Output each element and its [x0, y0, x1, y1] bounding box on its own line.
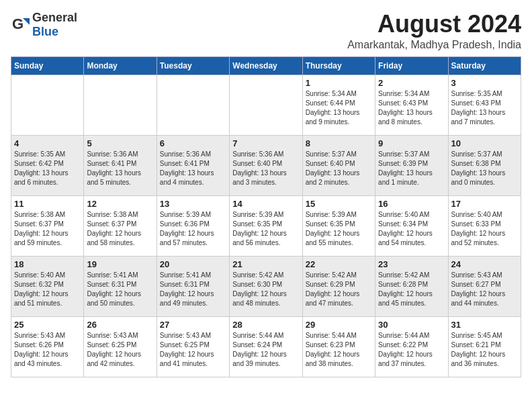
subtitle: Amarkantak, Madhya Pradesh, India	[347, 39, 521, 51]
day-detail: Sunrise: 5:38 AM Sunset: 6:37 PM Dayligh…	[14, 210, 81, 248]
day-cell: 29Sunrise: 5:44 AM Sunset: 6:23 PM Dayli…	[302, 316, 375, 377]
day-cell: 31Sunrise: 5:45 AM Sunset: 6:21 PM Dayli…	[448, 316, 521, 377]
day-detail: Sunrise: 5:44 AM Sunset: 6:22 PM Dayligh…	[378, 331, 445, 369]
day-number: 28	[232, 320, 299, 330]
day-number: 1	[306, 78, 372, 88]
day-number: 17	[451, 199, 518, 209]
day-number: 8	[306, 138, 372, 148]
day-cell: 28Sunrise: 5:44 AM Sunset: 6:24 PM Dayli…	[230, 316, 302, 377]
day-cell: 6Sunrise: 5:36 AM Sunset: 6:41 PM Daylig…	[157, 135, 229, 195]
day-detail: Sunrise: 5:39 AM Sunset: 6:36 PM Dayligh…	[160, 210, 226, 248]
day-detail: Sunrise: 5:36 AM Sunset: 6:41 PM Dayligh…	[87, 150, 153, 187]
header-cell-tuesday: Tuesday	[157, 56, 229, 75]
day-cell: 15Sunrise: 5:39 AM Sunset: 6:35 PM Dayli…	[302, 195, 375, 256]
day-cell: 12Sunrise: 5:38 AM Sunset: 6:37 PM Dayli…	[84, 195, 157, 256]
header-cell-sunday: Sunday	[11, 56, 84, 75]
day-number: 24	[451, 259, 518, 269]
day-number: 29	[306, 320, 372, 330]
day-number: 2	[378, 78, 445, 88]
day-cell: 21Sunrise: 5:42 AM Sunset: 6:30 PM Dayli…	[230, 256, 302, 316]
day-number: 21	[232, 259, 299, 269]
logo-blue: Blue	[32, 25, 58, 38]
day-cell: 19Sunrise: 5:41 AM Sunset: 6:31 PM Dayli…	[84, 256, 157, 316]
day-cell: 26Sunrise: 5:43 AM Sunset: 6:25 PM Dayli…	[84, 316, 157, 377]
header-row: SundayMondayTuesdayWednesdayThursdayFrid…	[11, 56, 521, 75]
main-title: August 2024	[347, 11, 521, 38]
day-cell: 16Sunrise: 5:40 AM Sunset: 6:34 PM Dayli…	[375, 195, 448, 256]
day-number: 3	[451, 78, 518, 88]
day-cell: 1Sunrise: 5:34 AM Sunset: 6:44 PM Daylig…	[302, 75, 375, 135]
svg-text:G: G	[12, 15, 24, 32]
week-row: 4Sunrise: 5:35 AM Sunset: 6:42 PM Daylig…	[11, 135, 521, 195]
day-detail: Sunrise: 5:36 AM Sunset: 6:40 PM Dayligh…	[232, 150, 299, 187]
day-number: 25	[14, 320, 81, 330]
day-number: 4	[14, 138, 81, 148]
header-cell-thursday: Thursday	[302, 56, 375, 75]
header-cell-saturday: Saturday	[448, 56, 521, 75]
day-number: 7	[232, 138, 299, 148]
logo-general: General	[32, 11, 77, 24]
svg-marker-1	[23, 18, 30, 25]
day-number: 10	[451, 138, 518, 148]
day-cell: 22Sunrise: 5:42 AM Sunset: 6:29 PM Dayli…	[302, 256, 375, 316]
day-cell: 2Sunrise: 5:34 AM Sunset: 6:43 PM Daylig…	[375, 75, 448, 135]
day-cell	[157, 75, 229, 135]
day-detail: Sunrise: 5:39 AM Sunset: 6:35 PM Dayligh…	[232, 210, 299, 248]
day-number: 16	[378, 199, 445, 209]
day-cell: 27Sunrise: 5:43 AM Sunset: 6:25 PM Dayli…	[157, 316, 229, 377]
day-detail: Sunrise: 5:45 AM Sunset: 6:21 PM Dayligh…	[451, 331, 518, 369]
day-number: 12	[87, 199, 153, 209]
calendar-table: SundayMondayTuesdayWednesdayThursdayFrid…	[11, 56, 521, 377]
day-detail: Sunrise: 5:43 AM Sunset: 6:25 PM Dayligh…	[87, 331, 153, 369]
day-number: 30	[378, 320, 445, 330]
day-detail: Sunrise: 5:44 AM Sunset: 6:23 PM Dayligh…	[306, 331, 372, 369]
day-detail: Sunrise: 5:41 AM Sunset: 6:31 PM Dayligh…	[87, 271, 153, 308]
day-detail: Sunrise: 5:37 AM Sunset: 6:40 PM Dayligh…	[306, 150, 372, 187]
week-row: 25Sunrise: 5:43 AM Sunset: 6:26 PM Dayli…	[11, 316, 521, 377]
header-cell-monday: Monday	[84, 56, 157, 75]
day-detail: Sunrise: 5:36 AM Sunset: 6:41 PM Dayligh…	[160, 150, 226, 187]
day-cell: 14Sunrise: 5:39 AM Sunset: 6:35 PM Dayli…	[230, 195, 302, 256]
day-detail: Sunrise: 5:43 AM Sunset: 6:25 PM Dayligh…	[160, 331, 226, 369]
day-detail: Sunrise: 5:40 AM Sunset: 6:34 PM Dayligh…	[378, 210, 445, 248]
day-detail: Sunrise: 5:41 AM Sunset: 6:31 PM Dayligh…	[160, 271, 226, 308]
day-cell: 4Sunrise: 5:35 AM Sunset: 6:42 PM Daylig…	[11, 135, 84, 195]
week-row: 18Sunrise: 5:40 AM Sunset: 6:32 PM Dayli…	[11, 256, 521, 316]
day-number: 5	[87, 138, 153, 148]
day-detail: Sunrise: 5:43 AM Sunset: 6:27 PM Dayligh…	[451, 271, 518, 308]
day-detail: Sunrise: 5:34 AM Sunset: 6:43 PM Dayligh…	[378, 89, 445, 127]
day-number: 20	[160, 259, 226, 269]
day-cell: 25Sunrise: 5:43 AM Sunset: 6:26 PM Dayli…	[11, 316, 84, 377]
day-detail: Sunrise: 5:38 AM Sunset: 6:37 PM Dayligh…	[87, 210, 153, 248]
day-detail: Sunrise: 5:34 AM Sunset: 6:44 PM Dayligh…	[306, 89, 372, 127]
day-detail: Sunrise: 5:40 AM Sunset: 6:32 PM Dayligh…	[14, 271, 81, 308]
logo-icon: G	[11, 15, 30, 34]
day-detail: Sunrise: 5:44 AM Sunset: 6:24 PM Dayligh…	[232, 331, 299, 369]
day-number: 13	[160, 199, 226, 209]
day-cell	[230, 75, 302, 135]
day-number: 19	[87, 259, 153, 269]
day-detail: Sunrise: 5:42 AM Sunset: 6:29 PM Dayligh…	[306, 271, 372, 308]
day-detail: Sunrise: 5:39 AM Sunset: 6:35 PM Dayligh…	[306, 210, 372, 248]
day-cell: 23Sunrise: 5:42 AM Sunset: 6:28 PM Dayli…	[375, 256, 448, 316]
day-number: 14	[232, 199, 299, 209]
day-cell	[84, 75, 157, 135]
day-number: 26	[87, 320, 153, 330]
day-detail: Sunrise: 5:40 AM Sunset: 6:33 PM Dayligh…	[451, 210, 518, 248]
day-cell: 5Sunrise: 5:36 AM Sunset: 6:41 PM Daylig…	[84, 135, 157, 195]
day-detail: Sunrise: 5:37 AM Sunset: 6:39 PM Dayligh…	[378, 150, 445, 187]
day-cell: 7Sunrise: 5:36 AM Sunset: 6:40 PM Daylig…	[230, 135, 302, 195]
day-detail: Sunrise: 5:42 AM Sunset: 6:30 PM Dayligh…	[232, 271, 299, 308]
day-cell: 10Sunrise: 5:37 AM Sunset: 6:38 PM Dayli…	[448, 135, 521, 195]
logo: G General Blue	[11, 11, 77, 39]
day-cell: 8Sunrise: 5:37 AM Sunset: 6:40 PM Daylig…	[302, 135, 375, 195]
week-row: 11Sunrise: 5:38 AM Sunset: 6:37 PM Dayli…	[11, 195, 521, 256]
day-number: 9	[378, 138, 445, 148]
header: G General Blue August 2024 Amarkantak, M…	[11, 11, 521, 51]
day-cell	[11, 75, 84, 135]
day-detail: Sunrise: 5:35 AM Sunset: 6:42 PM Dayligh…	[14, 150, 81, 187]
day-number: 31	[451, 320, 518, 330]
day-number: 11	[14, 199, 81, 209]
title-area: August 2024 Amarkantak, Madhya Pradesh, …	[347, 11, 521, 51]
day-number: 6	[160, 138, 226, 148]
